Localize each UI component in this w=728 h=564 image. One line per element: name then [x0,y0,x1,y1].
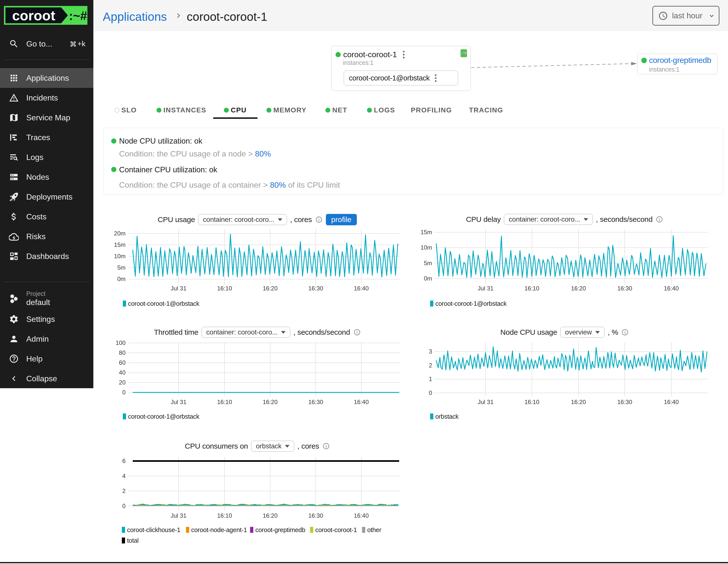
svg-text:16:30: 16:30 [308,285,323,292]
svg-text:2: 2 [429,362,432,369]
svg-text:16:10: 16:10 [524,399,539,405]
svg-text:16:40: 16:40 [354,285,369,292]
svg-text:3: 3 [429,348,432,355]
svg-text:5m: 5m [424,260,432,266]
svg-text:2: 2 [122,487,126,494]
svg-text:0: 0 [429,389,432,396]
svg-text:5m: 5m [117,264,126,271]
svg-text:4: 4 [122,473,126,479]
svg-text:other: other [367,526,381,533]
svg-text:16:10: 16:10 [217,512,232,519]
svg-text:coroot-coroot-1: coroot-coroot-1 [315,526,357,533]
svg-text:100: 100 [116,339,126,346]
svg-text:0m: 0m [424,275,432,282]
svg-text:6: 6 [122,458,126,464]
svg-text:coroot: coroot [12,8,55,23]
svg-text:20m: 20m [114,230,126,237]
svg-text:orbstack: orbstack [435,413,459,420]
svg-text:16:40: 16:40 [664,399,679,405]
svg-text:60: 60 [119,359,126,366]
svg-text:15m: 15m [420,229,432,235]
svg-text:Jul 31: Jul 31 [171,512,186,519]
svg-text:Jul 31: Jul 31 [478,399,494,405]
svg-text:Jul 31: Jul 31 [171,399,186,405]
svg-text:15m: 15m [114,241,126,248]
svg-text:coroot-greptimedb: coroot-greptimedb [255,526,305,533]
svg-text:total: total [127,537,139,544]
svg-text:0: 0 [122,389,126,396]
svg-text:20: 20 [119,379,126,386]
svg-text:coroot-coroot-1@orbstack: coroot-coroot-1@orbstack [435,300,507,307]
svg-text:10m: 10m [114,253,126,259]
svg-text:16:40: 16:40 [354,399,369,405]
svg-text:0m: 0m [117,276,126,282]
svg-text:Jul 31: Jul 31 [171,285,186,292]
svg-text:16:10: 16:10 [217,399,232,405]
svg-text:16:20: 16:20 [571,399,586,405]
svg-text:16:40: 16:40 [354,512,369,519]
svg-text:coroot-coroot-1@orbstack: coroot-coroot-1@orbstack [128,300,200,307]
svg-text:16:30: 16:30 [617,285,632,292]
svg-text:16:20: 16:20 [263,285,278,292]
svg-text:0: 0 [122,503,126,509]
svg-text:coroot-coroot-1@orbstack: coroot-coroot-1@orbstack [128,413,200,420]
svg-text:1: 1 [429,376,432,382]
svg-text:16:30: 16:30 [308,399,323,405]
svg-text:16:10: 16:10 [217,285,232,292]
svg-text:16:10: 16:10 [524,285,539,292]
svg-text:16:30: 16:30 [617,399,632,405]
svg-text:80: 80 [119,349,126,356]
svg-text:16:40: 16:40 [664,285,679,292]
svg-text:Jul 31: Jul 31 [478,285,494,292]
svg-text:16:20: 16:20 [263,512,278,519]
svg-text:40: 40 [119,369,126,376]
svg-text:16:20: 16:20 [571,285,586,292]
svg-text:10m: 10m [420,244,432,251]
svg-text:coroot-node-agent-1: coroot-node-agent-1 [191,526,247,533]
svg-text:coroot-clickhouse-1: coroot-clickhouse-1 [127,526,180,533]
svg-text:16:20: 16:20 [263,399,278,405]
svg-text::~#: :~# [69,9,87,23]
svg-text:16:30: 16:30 [308,512,323,519]
